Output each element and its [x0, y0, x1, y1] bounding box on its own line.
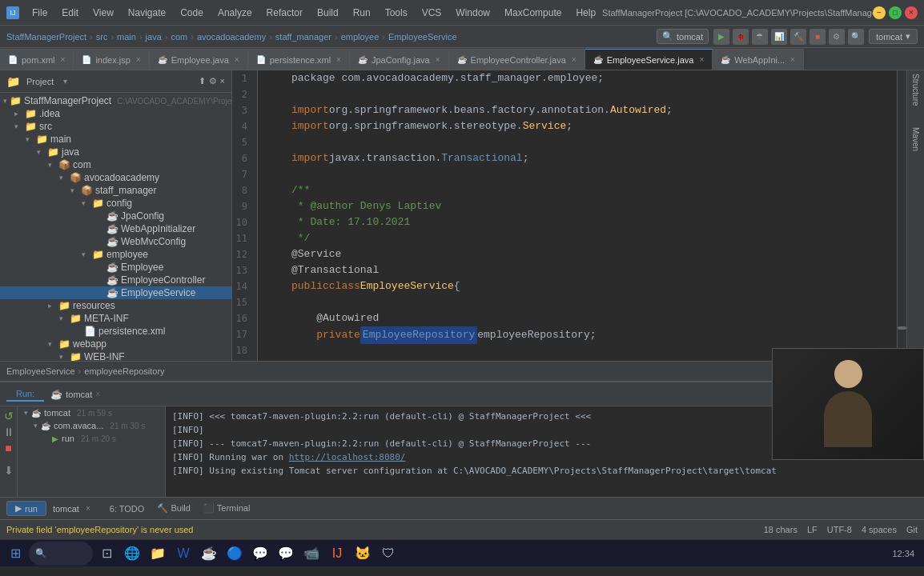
run-bar-run[interactable]: ▶ run: [6, 501, 46, 516]
zoom-icon[interactable]: 📹: [299, 542, 323, 566]
restart-icon[interactable]: ↺: [4, 410, 14, 422]
explorer-icon[interactable]: 📁: [146, 542, 170, 566]
scroll-end-icon[interactable]: ⬇: [4, 464, 14, 477]
avocado-crumb[interactable]: avocadoacademy: [197, 32, 266, 42]
menu-build[interactable]: Build: [311, 6, 345, 20]
search-box[interactable]: 🔍 tomcat: [657, 29, 709, 44]
breadcrumb-repo[interactable]: employeeRepository: [84, 366, 164, 376]
run-config-dropdown[interactable]: tomcat ▾: [869, 29, 918, 44]
service-crumb[interactable]: EmployeeService: [388, 32, 457, 42]
tab-service-close[interactable]: ×: [699, 55, 704, 64]
pause-icon[interactable]: ⏸: [3, 426, 14, 438]
sidebar-item-jpaconfig[interactable]: ▸ ☕ JpaConfig: [0, 210, 231, 222]
settings-icon[interactable]: ⚙: [209, 76, 217, 86]
tab-persistence-close[interactable]: ×: [336, 55, 341, 64]
extra-icon[interactable]: 🛡: [376, 542, 400, 566]
discord-icon[interactable]: 💬: [274, 542, 298, 566]
run-tab-run[interactable]: Run:: [6, 387, 44, 402]
run-bar-close[interactable]: ×: [86, 504, 90, 513]
slack-icon[interactable]: 💬: [248, 542, 272, 566]
minimize-button[interactable]: −: [873, 6, 886, 19]
tab-indexjsp[interactable]: 📄 index.jsp ×: [74, 49, 149, 70]
settings-button[interactable]: ⚙: [829, 29, 845, 45]
sidebar-item-resources[interactable]: ▸ 📁 resources: [0, 299, 231, 312]
tab-webappini-close[interactable]: ×: [790, 55, 795, 64]
staff-crumb[interactable]: staff_manager: [275, 32, 331, 42]
close-button[interactable]: ×: [905, 6, 918, 19]
menu-run[interactable]: Run: [347, 6, 377, 20]
sidebar-item-employee-class[interactable]: ▸ ☕ Employee: [0, 261, 231, 274]
tab-pomxml[interactable]: 📄 pom.xml ×: [0, 49, 74, 70]
breadcrumb-service[interactable]: EmployeeService: [6, 366, 75, 376]
tab-pomxml-close[interactable]: ×: [61, 55, 66, 64]
menu-refactor[interactable]: Refactor: [260, 6, 309, 20]
tab-employee[interactable]: ☕ Employee.java ×: [150, 49, 248, 70]
sidebar-item-java[interactable]: ▾ 📁 java: [0, 146, 231, 158]
menu-window[interactable]: Window: [449, 6, 496, 20]
menu-file[interactable]: File: [26, 6, 54, 20]
sidebar-item-com[interactable]: ▾ 📦 com: [0, 158, 231, 171]
sidebar-item-service[interactable]: ▸ ☕ EmployeeService: [0, 286, 231, 299]
code-editor[interactable]: 1 2 3 4 5 6 7 8 9 10 11 12 13 14 15 16 1…: [232, 70, 906, 361]
rs-item-run-sub[interactable]: ▾ ▶ run 21 m 20 s: [18, 432, 165, 445]
collapse-icon[interactable]: ⬆: [199, 76, 206, 86]
structure-icon[interactable]: Structure: [911, 74, 920, 106]
rs-item-comavaca[interactable]: ▾ ☕ com.avaca... 21 m 30 s: [18, 419, 165, 432]
menu-vcs[interactable]: VCS: [416, 6, 448, 20]
edge-icon[interactable]: 🌐: [120, 542, 144, 566]
tab-service[interactable]: ☕ EmployeeService.java ×: [585, 49, 713, 70]
com-crumb[interactable]: com: [171, 32, 187, 42]
coverage-button[interactable]: ☂: [752, 29, 768, 45]
sidebar-item-employee-folder[interactable]: ▾ 📁 employee: [0, 248, 231, 261]
tab-persistence[interactable]: 📄 persistence.xml ×: [248, 49, 350, 70]
sidebar-item-webmvc[interactable]: ▸ ☕ WebMvcConfig: [0, 235, 231, 248]
src-crumb[interactable]: src: [96, 32, 108, 42]
vertical-scrollbar[interactable]: [897, 70, 906, 361]
tab-jpaconfig-close[interactable]: ×: [436, 55, 440, 64]
sidebar-item-avocado[interactable]: ▾ 📦 avocadoacademy: [0, 171, 231, 184]
menu-edit[interactable]: Edit: [55, 6, 85, 20]
chrome-icon[interactable]: 🔵: [223, 542, 247, 566]
main-crumb[interactable]: main: [117, 32, 136, 42]
sidebar-item-controller[interactable]: ▸ ☕ EmployeeController: [0, 274, 231, 286]
terminal-tab[interactable]: ⬛ Terminal: [203, 503, 250, 514]
tab-webappini[interactable]: ☕ WebAppIni... ×: [713, 49, 804, 70]
sidebar-item-root[interactable]: ▾ 📁 StaffManagerProject C:\AVOCADO_ACADE…: [0, 94, 231, 107]
tab-controller[interactable]: ☕ EmployeeController.java ×: [449, 49, 585, 70]
localhost-link[interactable]: http://localhost:8080/: [289, 452, 406, 462]
word-icon[interactable]: W: [171, 542, 195, 566]
tomcat-taskbar[interactable]: 🐱: [351, 542, 375, 566]
profile-button[interactable]: 📊: [771, 29, 787, 45]
maven-icon[interactable]: Maven: [911, 127, 920, 151]
taskview[interactable]: ⊡: [94, 542, 119, 566]
project-crumb[interactable]: StaffManagerProject: [6, 32, 86, 42]
menu-help[interactable]: Help: [569, 6, 602, 20]
stop-button[interactable]: ■: [810, 29, 826, 45]
stop-icon[interactable]: ■: [5, 442, 11, 454]
tab-jpaconfig[interactable]: ☕ JpaConfig.java ×: [350, 49, 449, 70]
employee-crumb[interactable]: employee: [341, 32, 380, 42]
sidebar-item-staff[interactable]: ▾ 📦 staff_manager: [0, 184, 231, 197]
sidebar-item-idea[interactable]: ▸ 📁 .idea: [0, 107, 231, 120]
code-content[interactable]: package com.avocadoacademy.staff_manager…: [285, 70, 906, 361]
java-crumb[interactable]: java: [146, 32, 162, 42]
todo-tab[interactable]: 6: TODO: [110, 504, 145, 514]
chevron-icon[interactable]: ▾: [60, 77, 70, 86]
build-tab[interactable]: 🔨 Build: [157, 503, 191, 514]
menu-tools[interactable]: Tools: [379, 6, 414, 20]
sidebar-item-webappinit[interactable]: ▸ ☕ WebAppInitializer: [0, 222, 231, 235]
menu-code[interactable]: Code: [174, 6, 210, 20]
hide-icon[interactable]: ×: [220, 76, 225, 86]
intellij-taskbar[interactable]: IJ: [325, 542, 349, 566]
sidebar-item-persistencexml[interactable]: ▸ 📄 persistence.xml: [0, 325, 231, 338]
tab-indexjsp-close[interactable]: ×: [136, 55, 141, 64]
sidebar-item-src[interactable]: ▾ 📁 src: [0, 120, 231, 133]
menu-maxcompute[interactable]: MaxCompute: [498, 6, 568, 20]
tab-controller-close[interactable]: ×: [572, 55, 576, 64]
menu-analyze[interactable]: Analyze: [211, 6, 259, 20]
java-icon[interactable]: ☕: [197, 542, 221, 566]
sidebar-item-metainf[interactable]: ▾ 📁 META-INF: [0, 312, 231, 325]
sidebar-item-webapp[interactable]: ▾ 📁 webapp: [0, 338, 231, 350]
run-button[interactable]: ▶: [713, 29, 729, 45]
search-taskbar[interactable]: 🔍: [29, 542, 93, 566]
